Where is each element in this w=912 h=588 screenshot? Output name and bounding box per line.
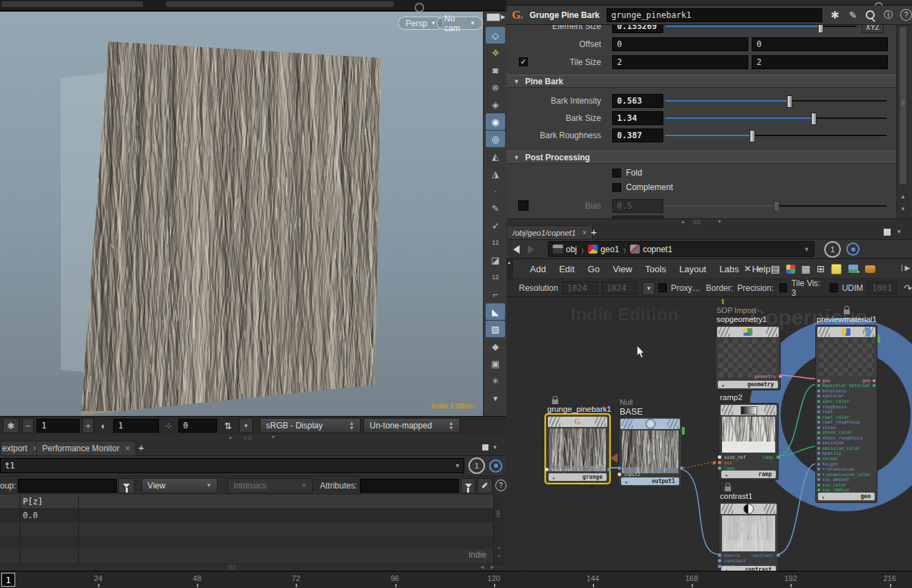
node-bottom-bar[interactable]: ▲geometry	[718, 381, 778, 388]
scroll-down-icon[interactable]: ▼	[900, 206, 906, 212]
tools-wrench-icon[interactable]: ✕	[744, 264, 751, 274]
node-header[interactable]: G	[548, 417, 607, 427]
tile-x-field[interactable]: 2	[612, 55, 748, 69]
frame-tick-72[interactable]: 72	[282, 574, 310, 582]
node-ramp2[interactable]: ramp2 size_ref pos ramp ramp ▲ramp	[719, 403, 779, 480]
view-select[interactable]: View ▼	[142, 478, 218, 493]
frame-tick-48[interactable]: 48	[183, 574, 211, 582]
element-size-slider[interactable]	[665, 25, 857, 32]
diamond-icon[interactable]: ◆	[486, 338, 505, 354]
display-flag[interactable]	[866, 328, 871, 336]
bark-roughness-field[interactable]: 0.387	[612, 129, 663, 142]
frame-tick-24[interactable]: 24	[84, 574, 112, 582]
exposure-field[interactable]: 0	[178, 419, 217, 433]
prim-numbers-icon[interactable]: 12	[486, 269, 505, 285]
node-sopgeometry1[interactable]: ⬆ SOP Import sopgeometry1 geometry ▲geom…	[715, 325, 781, 390]
pane-dropdown-icon[interactable]: ▾	[897, 228, 901, 235]
visibility-icon[interactable]: ◭	[486, 148, 505, 164]
sheet-path-field[interactable]: t1 ▼	[0, 458, 464, 473]
node-header[interactable]	[620, 419, 680, 429]
gain-field[interactable]: 1	[37, 419, 79, 433]
table-row[interactable]: 0.0	[0, 509, 493, 522]
breadcrumb-copnet1[interactable]: copnet1	[643, 245, 672, 254]
input-port-2[interactable]	[618, 473, 621, 476]
bark-size-field[interactable]: 1.34	[612, 111, 663, 125]
contrast-icon[interactable]: ◐	[97, 419, 111, 433]
node-bottom-bar[interactable]: ▲grunge	[549, 473, 607, 481]
breadcrumb-geo1[interactable]: geo1	[600, 245, 619, 254]
wire-basecolor[interactable]	[777, 384, 816, 456]
complement-checkbox[interactable]	[612, 183, 621, 192]
output-port-material[interactable]: material	[849, 383, 875, 389]
grid-view-icon[interactable]: ▦	[801, 263, 810, 274]
prim-markers-icon[interactable]: ◪	[486, 252, 505, 268]
pin-target-icon[interactable]	[489, 459, 502, 473]
sheet-scrollbar[interactable]: ⣿ ▲ ▼	[493, 495, 506, 564]
bark-size-slider[interactable]	[665, 112, 886, 124]
node-previewmaterial1[interactable]: previewmaterial1 geobasecolormetalnesssp…	[815, 325, 877, 503]
xyz-button[interactable]: XYZ	[862, 25, 884, 33]
chevron-down-icon[interactable]: ▼	[456, 462, 459, 469]
brush-icon[interactable]: ✎	[849, 10, 857, 21]
collapse-down-icon[interactable]: ▼	[271, 435, 276, 439]
help-icon[interactable]: ?	[495, 480, 506, 491]
tab-network-path[interactable]: /obj/geo1/copnet1 ×	[506, 225, 593, 240]
camera-menu[interactable]: No cam ▼	[437, 17, 483, 30]
network-editor-canvas[interactable]: Indie Edition Copernicus ⬆ SOP Import so…	[506, 297, 912, 571]
view-layout-icon[interactable]: ◇	[486, 27, 505, 44]
gamma-field[interactable]: 1	[113, 419, 159, 433]
menu-labs[interactable]: Labs	[719, 264, 739, 274]
bark-intensity-slider[interactable]	[665, 95, 886, 107]
timeline[interactable]: 1 24487296120144168192216	[0, 571, 912, 588]
profile-icon[interactable]: ⌐	[486, 286, 505, 303]
link-badge[interactable]: 1	[468, 457, 485, 474]
sticky-note-icon[interactable]	[831, 264, 842, 274]
scroll-left-icon[interactable]: ◀	[480, 565, 484, 570]
input-port-pos[interactable]	[718, 461, 721, 464]
collapse-up-icon[interactable]: ▲	[228, 435, 233, 439]
pin-target-icon[interactable]	[846, 243, 859, 256]
group-filter-icon[interactable]	[118, 478, 134, 493]
tonemap-select[interactable]: Un-tone-mapped ▲▼	[363, 418, 460, 433]
bias-field[interactable]: 0.5	[612, 199, 663, 213]
wire-geometry[interactable]	[779, 375, 816, 379]
res-width-field[interactable]: 1024	[562, 281, 598, 294]
increase-button[interactable]: +	[82, 418, 94, 433]
scroll-down-icon[interactable]: ▾	[486, 390, 505, 406]
scroll-thumb[interactable]: ⣿	[899, 26, 907, 185]
close-icon[interactable]: ×	[582, 228, 587, 238]
output-port-grunge[interactable]	[607, 468, 611, 471]
group-icon[interactable]: ▣	[486, 355, 505, 372]
proxy-checkbox[interactable]	[658, 283, 667, 292]
input-port-size-ref[interactable]	[545, 468, 549, 471]
input-port-size-ref[interactable]	[718, 455, 721, 459]
node-bottom-bar[interactable]: ▲geo	[818, 493, 875, 500]
attr-filter-icon[interactable]	[461, 478, 475, 493]
uv-overlay-icon[interactable]: ▨	[486, 321, 505, 337]
new-tab-button[interactable]: +	[138, 442, 144, 453]
section-post-processing[interactable]: ▼ Post Processing	[506, 151, 896, 164]
menu-view[interactable]: View	[613, 264, 632, 274]
input-port-ramp[interactable]	[718, 466, 721, 470]
node-name-field[interactable]: grunge_pinebark1	[607, 8, 822, 22]
gear-icon[interactable]: ✱	[830, 9, 839, 21]
offset-y-field[interactable]: 0	[752, 37, 888, 51]
menu-add[interactable]: Add	[530, 264, 546, 274]
render-flag[interactable]	[877, 335, 880, 343]
viewport-3d[interactable]: Persp ▼ No cam ▼ Indie Edition	[0, 12, 483, 416]
node-bottom-bar[interactable]: ▲output1	[621, 477, 679, 485]
right-pane-splitter[interactable]: ▲ ⣿⣿ ▼	[506, 218, 912, 225]
input-port-source[interactable]	[718, 553, 721, 557]
snap-icon[interactable]: ❖	[486, 44, 505, 61]
menu-go[interactable]: Go	[588, 264, 600, 274]
tilevis-checkbox[interactable]	[779, 283, 788, 292]
menu-edit[interactable]: Edit	[559, 264, 574, 274]
lock-icon[interactable]: ◙	[486, 61, 505, 78]
menu-tools[interactable]: Tools	[645, 264, 666, 274]
menu-layout[interactable]: Layout	[679, 264, 706, 274]
headlight-icon[interactable]: ◈	[486, 96, 505, 113]
scroll-up-icon[interactable]: ▲	[900, 193, 906, 200]
group-input[interactable]	[18, 479, 117, 493]
isolate-icon[interactable]: ◮	[486, 165, 505, 182]
node-header[interactable]	[717, 327, 779, 337]
